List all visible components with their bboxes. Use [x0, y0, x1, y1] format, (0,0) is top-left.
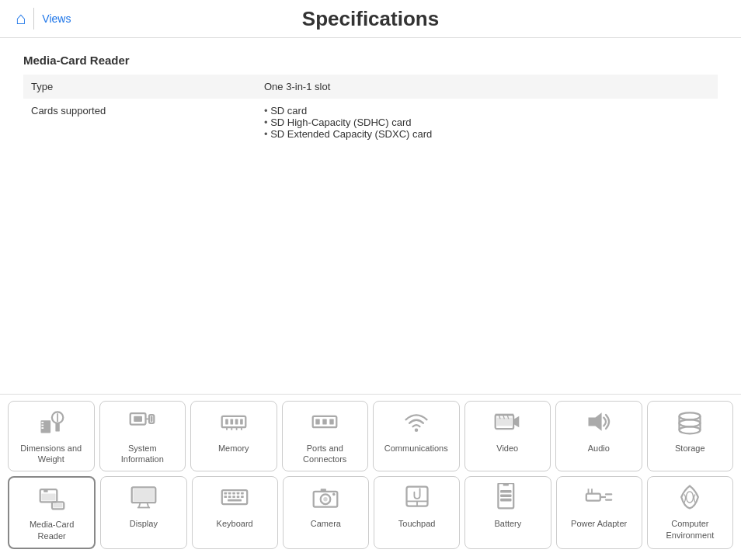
list-item: SD High-Capacity (SDHC) card	[264, 117, 710, 128]
row-value-cards: SD card SD High-Capacity (SDHC) card SD …	[256, 99, 718, 146]
section-title: Media-Card Reader	[23, 54, 718, 67]
list-item: SD card	[264, 105, 710, 117]
views-link[interactable]: Views	[42, 12, 71, 25]
header: ⌂ Views Specifications	[0, 0, 741, 38]
list-item: SD Extended Capacity (SDXC) card	[264, 128, 710, 140]
main-content: Media-Card Reader Type One 3-in-1 slot C…	[0, 38, 741, 162]
table-row: Cards supported SD card SD High-Capacity…	[23, 99, 718, 146]
header-divider	[33, 8, 34, 30]
header-left: ⌂ Views	[16, 8, 71, 30]
row-label-cards: Cards supported	[23, 99, 256, 146]
row-label-type: Type	[23, 75, 256, 99]
page-title: Specifications	[302, 7, 439, 31]
table-row: Type One 3-in-1 slot	[23, 75, 718, 99]
spec-table: Type One 3-in-1 slot Cards supported SD …	[23, 75, 718, 146]
row-value-type: One 3-in-1 slot	[256, 75, 718, 99]
home-icon[interactable]: ⌂	[16, 9, 26, 29]
cards-list: SD card SD High-Capacity (SDHC) card SD …	[264, 105, 710, 140]
